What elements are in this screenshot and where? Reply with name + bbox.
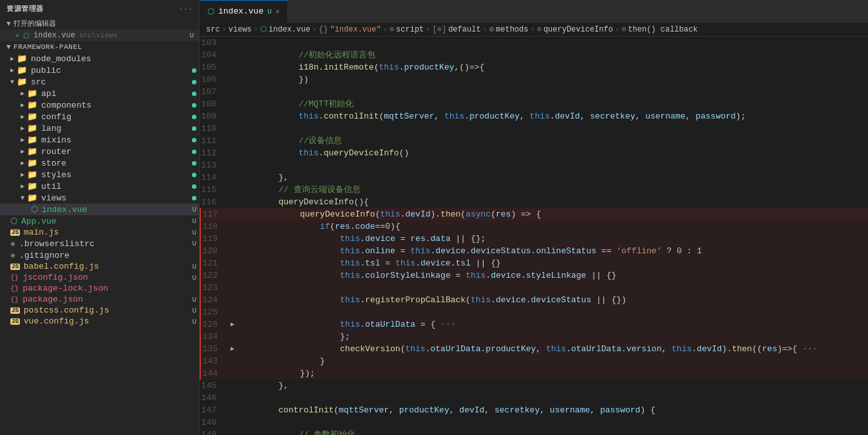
folder-arrow: ▶ (21, 148, 24, 155)
tree-item-babel-config[interactable]: JS babel.config.js U (0, 261, 199, 272)
tree-item-label: index.vue (42, 205, 87, 215)
sidebar-title: 资源管理器 (6, 4, 44, 14)
sidebar-header-icons: ··· (179, 5, 193, 13)
tree-item-gitignore[interactable]: ◈ .gitignore (0, 249, 199, 261)
bc-index-vue-str: "index.vue" (330, 25, 381, 34)
folder-icon: 📁 (27, 181, 37, 191)
modified-dot (192, 126, 196, 131)
modified-dot (192, 161, 196, 166)
folder-icon: 📁 (27, 135, 37, 145)
tree-item-node-modules[interactable]: ▶ 📁 node_modules (0, 53, 199, 64)
tree-item-main-js[interactable]: JS main.js U (0, 227, 199, 238)
code-line-highlighted: 134 }; (200, 331, 868, 343)
folder-arrow: ▶ (21, 113, 24, 121)
modified-dot (192, 184, 196, 189)
open-editor-path: src\views (79, 32, 117, 39)
code-line-highlighted: 124 this.registerPropCallBack(this.devic… (200, 294, 868, 306)
modified-dot (192, 173, 196, 177)
folder-icon: 📁 (27, 169, 37, 180)
tree-item-label: .gitignore (19, 251, 70, 260)
modified-dot (192, 115, 196, 119)
code-line-highlighted: 135 ▶ checkVersion(this.otaUrlData.produ… (200, 343, 868, 355)
sidebar-header: 资源管理器 ··· (0, 0, 199, 17)
open-editor-item[interactable]: ✕ ⬡ index.vue src\views U (0, 30, 199, 41)
bc-braces: {} (319, 25, 328, 34)
more-icon[interactable]: ··· (179, 5, 193, 13)
code-line-highlighted: 126 ▶ this.otaUrlData = { ··· (200, 318, 868, 331)
tree-item-label: views (41, 193, 66, 203)
code-line-highlighted: 122 this.colorStyleLinkage = this.device… (200, 269, 868, 282)
bc-query-icon: ⊙ (537, 24, 542, 34)
bc-methods: methods (496, 25, 528, 34)
tree-item-config[interactable]: ▶ 📁 config (0, 111, 199, 122)
code-line: 148 (200, 416, 868, 429)
modified-dot (192, 138, 196, 142)
tree-item-browserslistrc[interactable]: ◈ .browserslistrc U (0, 238, 199, 249)
dotfile-icon: ◈ (10, 238, 15, 249)
tab-close-btn[interactable]: ✕ (276, 7, 280, 15)
tree-item-src[interactable]: ▼ 📁 src (0, 76, 199, 88)
folder-arrow: ▶ (21, 90, 24, 97)
tree-item-views[interactable]: ▼ 📁 views (0, 192, 199, 204)
tree-item-api[interactable]: ▶ 📁 api (0, 88, 199, 99)
tree-item-label: api (41, 89, 56, 99)
folder-icon: 📁 (27, 193, 37, 203)
tree-item-label: store (41, 159, 66, 168)
folder-icon: 📁 (27, 146, 37, 157)
folder-arrow: ▶ (21, 101, 24, 109)
u-badge: U (192, 296, 196, 304)
tree-item-util[interactable]: ▶ 📁 util (0, 180, 199, 192)
modified-dot (192, 80, 196, 84)
folder-arrow: ▶ (21, 124, 24, 132)
code-line: 149 // 参数初始化 (200, 429, 868, 435)
vue-icon: ⬡ (31, 204, 38, 215)
file-tree: ▶ 📁 node_modules ▶ 📁 public ▼ 📁 src (0, 53, 199, 435)
code-line-highlighted: 121 this.tsl = this.device.tsl || {} (200, 257, 868, 269)
tree-item-components[interactable]: ▶ 📁 components (0, 99, 199, 111)
tree-item-postcss[interactable]: JS postcss.config.js U (0, 305, 199, 316)
bc-views: views (229, 25, 252, 34)
tree-item-store[interactable]: ▶ 📁 store (0, 157, 199, 169)
folder-icon: 📁 (27, 111, 37, 122)
tree-item-public[interactable]: ▶ 📁 public (0, 64, 199, 76)
u-badge: U (192, 263, 196, 271)
open-editor-left: ✕ ⬡ index.vue src\views (15, 31, 117, 40)
bc-default: default (448, 25, 480, 34)
code-editor[interactable]: 103 104 //初始化远程语言包 105 i18n.initRemote(t… (200, 37, 868, 435)
tree-item-jsconfig[interactable]: {} jsconfig.json U (0, 272, 199, 283)
tree-item-package-json[interactable]: {} package.json U (0, 294, 199, 305)
folder-arrow: ▶ (21, 136, 24, 144)
modified-dot (192, 196, 196, 200)
folder-icon: 📁 (27, 88, 37, 99)
tree-item-label: package-lock.json (23, 284, 108, 293)
tree-item-router[interactable]: ▶ 📁 router (0, 146, 199, 157)
code-line-highlighted: 144 }); (200, 367, 868, 380)
vue-file-icon: ⬡ (23, 32, 30, 40)
tree-item-package-lock[interactable]: {} package-lock.json (0, 283, 199, 294)
open-editors-section[interactable]: ▼ 打开的编辑器 (0, 17, 199, 30)
framework-panel-header[interactable]: ▼ FRAMEWORK-PANEL (0, 41, 199, 53)
framework-arrow: ▼ (6, 43, 11, 51)
folder-icon: 📁 (17, 77, 27, 87)
modified-dot (192, 68, 196, 73)
tree-item-mixins[interactable]: ▶ 📁 mixins (0, 134, 199, 146)
tree-item-label: jsconfig.json (23, 273, 88, 282)
bc-src: src (206, 25, 220, 34)
js-icon: JS (10, 264, 20, 270)
folder-arrow: ▶ (21, 182, 24, 190)
code-line-highlighted: 125 (200, 306, 868, 318)
bc-query-device: queryDeviceInfo (543, 25, 613, 34)
tree-item-vue-config[interactable]: JS vue.config.js U (0, 316, 199, 327)
tree-item-lang[interactable]: ▶ 📁 lang (0, 122, 199, 134)
active-tab[interactable]: ⬡ index.vue U ✕ (200, 0, 288, 23)
close-icon[interactable]: ✕ (15, 32, 19, 39)
code-line-highlighted: 120 this.online = this.device.deviceStat… (200, 245, 868, 257)
tree-item-index-vue[interactable]: ⬡ index.vue U (0, 204, 199, 215)
u-badge: U (192, 307, 196, 314)
tree-item-app-vue[interactable]: ⬡ App.vue U (0, 215, 199, 227)
code-line-highlighted: 118 if(res.code==0){ (200, 220, 868, 233)
tree-item-styles[interactable]: ▶ 📁 styles (0, 169, 199, 180)
framework-label: FRAMEWORK-PANEL (14, 43, 82, 51)
code-line: 145 }, (200, 380, 868, 392)
main-editor: ⬡ index.vue U ✕ src › views › ⬡ index.vu… (200, 0, 868, 435)
